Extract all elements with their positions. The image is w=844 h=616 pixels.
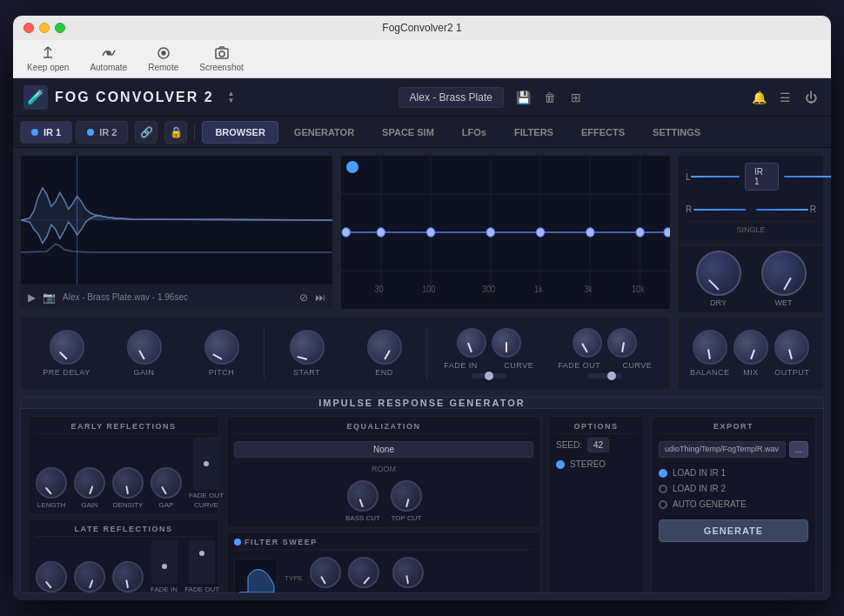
app-window: FogConvolver2 1 Keep open Automate Remot… — [13, 16, 831, 600]
fade-in-group: FADE IN CURVE — [431, 328, 547, 378]
dry-indicator — [707, 279, 719, 291]
divider-1 — [264, 327, 265, 379]
er-length-label: LENGTH — [37, 501, 65, 509]
lr-fadeout-label: FADE OUT — [184, 586, 219, 593]
close-button[interactable] — [23, 23, 34, 33]
early-knobs-row: LENGTH GAIN — [36, 438, 211, 509]
header-icons: 💾 🗑 ⊞ — [514, 88, 586, 107]
stereo-radio-row[interactable]: STEREO — [556, 459, 636, 469]
settings-tab[interactable]: SETTINGS — [640, 121, 713, 144]
bass-cut-knob[interactable] — [347, 480, 378, 512]
dry-knob[interactable] — [696, 251, 741, 296]
preset-name[interactable]: Alex - Brass Plate — [399, 87, 504, 108]
forward-button[interactable]: ⏭ — [315, 291, 325, 304]
grid-icon[interactable]: ⊞ — [566, 88, 586, 107]
export-path: udioThing/Temp/FogTemplR.wav — [659, 441, 786, 458]
lr-gain-knob[interactable] — [74, 561, 105, 593]
pitch-knob[interactable] — [204, 330, 239, 365]
keep-open-button[interactable]: Keep open — [27, 45, 69, 72]
end-knob[interactable] — [367, 330, 402, 365]
fade-in-label: FADE IN — [444, 361, 478, 370]
lr-density-indicator — [125, 579, 129, 588]
lock-button[interactable]: 🔒 — [164, 121, 187, 144]
filters-tab[interactable]: FILTERS — [502, 121, 566, 144]
er-length-knob[interactable] — [36, 467, 67, 499]
wet-knob[interactable] — [761, 251, 807, 296]
fade-in-knob[interactable] — [457, 328, 486, 358]
play-button[interactable]: ▶ — [28, 291, 36, 304]
lr-fadein-slider[interactable] — [151, 540, 178, 584]
save-icon[interactable]: 💾 — [514, 88, 533, 107]
svg-point-35 — [664, 228, 670, 237]
seed-row: SEED: 42 — [556, 438, 636, 452]
notification-icon[interactable]: 🔔 — [749, 88, 768, 107]
maximize-button[interactable] — [55, 23, 65, 33]
generate-button[interactable]: GENERATE — [659, 519, 808, 542]
space-sim-tab[interactable]: SPACE SIM — [370, 121, 446, 144]
fade-in-slider[interactable] — [472, 373, 506, 378]
curve-fo-knob[interactable] — [607, 328, 637, 358]
automate-button[interactable]: Automate — [90, 45, 127, 72]
minimize-button[interactable] — [39, 23, 50, 33]
pre-delay-knob[interactable] — [50, 330, 84, 365]
menu-icon[interactable]: ☰ — [775, 88, 794, 107]
filter-sweep-body: TYPE START — [234, 557, 533, 593]
fade-out-knob[interactable] — [573, 328, 602, 358]
screenshot-button[interactable]: Screenshot — [199, 45, 244, 72]
output-knob[interactable] — [774, 330, 809, 365]
options-panel: OPTIONS SEED: 42 STEREO — [548, 416, 644, 593]
output-indicator — [788, 349, 793, 359]
filter-start-knob[interactable] — [310, 557, 341, 588]
er-density-indicator — [125, 485, 129, 494]
er-gap-knob[interactable] — [151, 467, 182, 499]
lr-fadeout-slider[interactable] — [189, 540, 215, 584]
browser-tab[interactable]: BROWSER — [202, 121, 278, 144]
export-title: EXPORT — [659, 422, 808, 434]
preset-arrows[interactable]: ▲ ▼ — [228, 90, 235, 104]
mix-knob[interactable] — [733, 330, 768, 365]
top-cut-knob[interactable] — [391, 480, 422, 512]
sync-button[interactable]: ⊘ — [299, 291, 308, 304]
lr-fadeout-thumb — [199, 551, 204, 556]
lr-length-knob[interactable] — [36, 561, 67, 593]
er-gain-knob[interactable] — [74, 467, 105, 499]
auto-generate-radio[interactable]: AUTO GENERATE — [659, 499, 808, 509]
ir1-tab[interactable]: IR 1 — [20, 121, 72, 144]
curve-fi-knob[interactable] — [492, 328, 521, 358]
fade-out-slider[interactable] — [587, 373, 622, 378]
filter-resonance-knob[interactable] — [392, 557, 424, 588]
waveform-filename: Alex - Brass Plate.wav - 1.96sec — [63, 292, 292, 302]
lr-fadeout-group: FADE OUT CURVE — [184, 540, 219, 593]
effects-tab[interactable]: EFFECTS — [569, 121, 637, 144]
delete-icon[interactable]: 🗑 — [540, 88, 559, 107]
main-knobs-row: PRE DELAY GAIN PITCH — [20, 317, 671, 390]
balance-knob[interactable] — [693, 330, 727, 365]
room-select[interactable]: None — [234, 441, 533, 458]
wet-indicator — [783, 278, 792, 291]
load-ir2-radio[interactable]: LOAD IN IR 2 — [659, 484, 808, 493]
wet-group: WET — [761, 251, 807, 307]
waveform-display — [21, 156, 332, 285]
filter-resonance-group: RESONANCE — [386, 557, 431, 593]
remote-button[interactable]: Remote — [148, 45, 178, 72]
lr-density-knob[interactable] — [112, 561, 144, 593]
gain-knob[interactable] — [127, 330, 162, 365]
load-ir1-radio[interactable]: LOAD IN IR 1 — [659, 468, 808, 478]
er-density-knob[interactable] — [112, 467, 144, 499]
seed-value[interactable]: 42 — [587, 438, 609, 452]
filter-end-knob[interactable] — [348, 557, 379, 588]
generator-tab[interactable]: GENERATOR — [282, 121, 366, 144]
start-knob[interactable] — [290, 330, 325, 365]
er-fadeout-slider[interactable] — [193, 438, 219, 490]
svg-point-33 — [586, 228, 594, 237]
camera-button[interactable]: 📷 — [43, 291, 56, 304]
ir2-tab[interactable]: IR 2 — [76, 121, 128, 144]
power-icon[interactable]: ⏻ — [801, 88, 821, 107]
er-length-group: LENGTH — [36, 467, 67, 509]
eq-on-button[interactable] — [346, 161, 358, 173]
knobs-row-container: PRE DELAY GAIN PITCH — [20, 317, 824, 390]
link-button[interactable]: 🔗 — [135, 121, 157, 144]
lfos-tab[interactable]: LFOs — [450, 121, 499, 144]
browse-button[interactable]: ... — [789, 441, 808, 458]
er-gap-label: GAP — [159, 501, 174, 509]
